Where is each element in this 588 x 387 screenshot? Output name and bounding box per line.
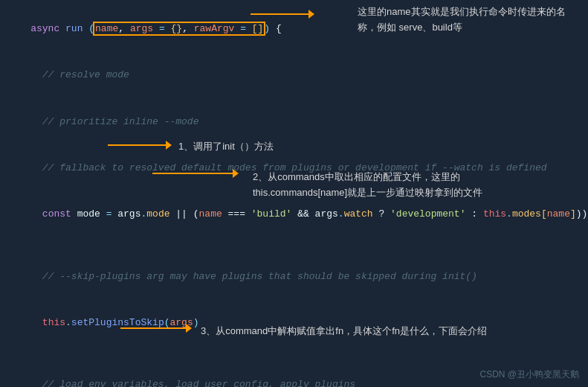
fn-annotation: 3、从command中解构赋值拿出fn，具体这个fn是什么，下面会介绍 [201,324,487,339]
init-annotation-text: 1、调用了init（）方法 [178,141,274,152]
watermark-text: CSDN @丑小鸭变黑天鹅 [479,369,579,380]
command-annotation-text: 2、从commands中取出相应的配置文件，这里的this.commands[n… [253,171,482,198]
command-annotation: 2、从commands中取出相应的配置文件，这里的this.commands[n… [253,170,482,201]
run-fn: run [65,23,88,34]
code-line-6 [7,238,581,254]
code-line-7: // --skip-plugins arg may have plugins t… [7,254,581,300]
async-keyword: async [30,23,65,34]
params-highlight: name, args = {}, rawArgv = [] [94,23,264,34]
arrow-line-top [251,13,310,15]
arrow-line-command [152,173,234,174]
arrow-head-fn [186,324,192,333]
arrow-head-command [233,169,239,178]
top-annotation: 这里的name其实就是我们执行命令时传进来的名称，例如 serve、build等 [358,4,566,36]
watermark: CSDN @丑小鸭变黑天鹅 [479,368,579,381]
arrow-line-init [108,144,167,146]
top-annotation-text: 这里的name其实就是我们执行命令时传进来的名称，例如 serve、build等 [358,6,566,33]
fn-annotation-text: 3、从command中解构赋值拿出fn，具体这个fn是什么，下面会介绍 [201,325,487,336]
code-line-9 [7,347,581,362]
arrow-head-init [166,141,172,150]
code-line-3: // prioritize inline --mode [7,99,581,145]
init-annotation: 1、调用了init（）方法 [178,140,274,153]
code-line-2: // resolve mode [7,52,581,98]
arrow-head-top [308,10,314,19]
arrow-line-fn [120,327,187,329]
